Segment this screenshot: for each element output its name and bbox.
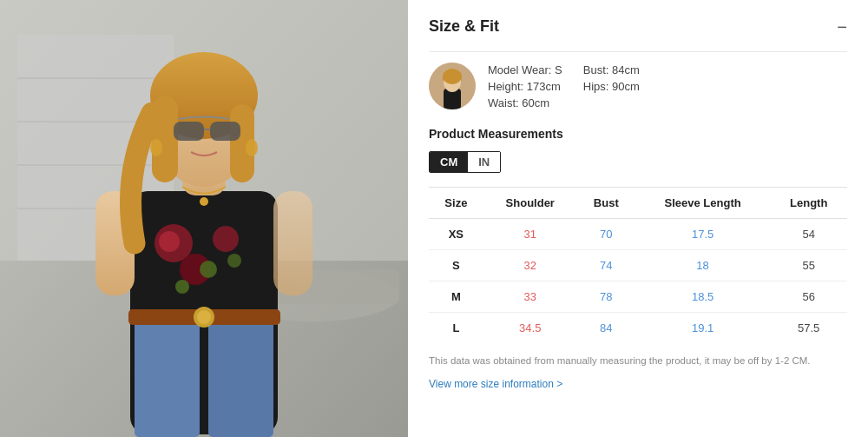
cell-sleeve-0: 17.5 (635, 219, 771, 250)
model-waist-value: 60cm (522, 96, 549, 109)
svg-point-40 (443, 69, 462, 84)
svg-point-16 (227, 254, 241, 268)
cell-size-0: XS (429, 219, 483, 250)
model-height-label: Height: (488, 80, 523, 93)
svg-point-33 (246, 139, 258, 156)
model-height: Height: 173cm (488, 80, 562, 93)
model-waist: Waist: 60cm (488, 96, 562, 109)
svg-point-23 (197, 310, 211, 324)
cell-shoulder-0: 31 (483, 219, 577, 250)
model-wear-label: Model Wear: (488, 63, 551, 76)
cell-shoulder-1: 32 (483, 250, 577, 281)
cell-size-2: M (429, 281, 483, 313)
svg-rect-29 (174, 122, 204, 141)
svg-point-34 (200, 197, 208, 206)
svg-rect-20 (208, 313, 273, 437)
cell-length-1: 55 (770, 250, 847, 281)
model-waist-label: Waist: (488, 96, 519, 109)
measurements-title: Product Measurements (429, 127, 847, 141)
cell-length-2: 56 (770, 281, 847, 313)
table-row: XS 31 70 17.5 54 (429, 219, 847, 250)
cell-length-3: 57.5 (770, 313, 847, 344)
cell-bust-2: 78 (577, 281, 635, 313)
cell-shoulder-2: 33 (483, 281, 577, 313)
cell-bust-1: 74 (577, 250, 635, 281)
model-hips-label: Hips: (583, 80, 609, 93)
cell-sleeve-1: 18 (635, 250, 771, 281)
disclaimer-text: This data was obtained from manually mea… (429, 354, 811, 368)
model-info-row: Model Wear: S Bust: 84cm Height: 173cm H… (429, 63, 847, 109)
collapse-button[interactable]: − (837, 18, 847, 36)
model-bust-value: 84cm (612, 63, 640, 76)
table-row: M 33 78 18.5 56 (429, 281, 847, 313)
model-wear-value: S (555, 63, 562, 76)
col-bust: Bust (577, 188, 635, 219)
unit-cm-button[interactable]: CM (430, 152, 468, 172)
section-title: Size & Fit (429, 17, 499, 36)
svg-rect-19 (135, 313, 200, 437)
svg-point-15 (175, 280, 189, 294)
svg-rect-30 (210, 122, 240, 141)
table-row: L 34.5 84 19.1 57.5 (429, 313, 847, 344)
unit-toggle[interactable]: CM IN (429, 151, 501, 173)
cell-sleeve-2: 18.5 (635, 281, 771, 313)
cell-shoulder-3: 34.5 (483, 313, 577, 344)
cell-sleeve-3: 19.1 (635, 313, 771, 344)
model-wear: Model Wear: S (488, 63, 562, 76)
product-image-panel (0, 0, 408, 437)
cell-length-0: 54 (770, 219, 847, 250)
model-height-value: 173cm (527, 80, 561, 93)
svg-point-32 (150, 139, 162, 156)
model-hips: Hips: 90cm (583, 80, 640, 93)
cell-bust-3: 84 (577, 313, 635, 344)
table-row: S 32 74 18 55 (429, 250, 847, 281)
model-avatar (429, 63, 476, 109)
model-hips-value: 90cm (612, 80, 640, 93)
col-sleeve: Sleeve Length (635, 188, 771, 219)
col-length: Length (770, 188, 847, 219)
model-bust: Bust: 84cm (583, 63, 640, 76)
svg-rect-18 (273, 191, 312, 295)
table-header-row: Size Shoulder Bust Sleeve Length Length (429, 188, 847, 219)
header-divider (429, 51, 847, 52)
section-header: Size & Fit − (429, 17, 847, 36)
size-fit-panel: Size & Fit − Model Wear: S Bust: 84cm (408, 0, 868, 437)
model-photo (0, 0, 408, 437)
svg-point-14 (200, 261, 217, 278)
cell-size-1: S (429, 250, 483, 281)
col-size: Size (429, 188, 483, 219)
model-bust-label: Bust: (583, 63, 609, 76)
col-shoulder: Shoulder (483, 188, 577, 219)
view-more-link[interactable]: View more size information > (429, 378, 562, 390)
cell-size-3: L (429, 313, 483, 344)
unit-in-button[interactable]: IN (468, 152, 500, 172)
measurements-table: Size Shoulder Bust Sleeve Length Length … (429, 187, 847, 343)
model-details: Model Wear: S Bust: 84cm Height: 173cm H… (488, 63, 640, 109)
svg-point-11 (159, 231, 180, 252)
svg-point-13 (213, 226, 239, 252)
cell-bust-0: 70 (577, 219, 635, 250)
